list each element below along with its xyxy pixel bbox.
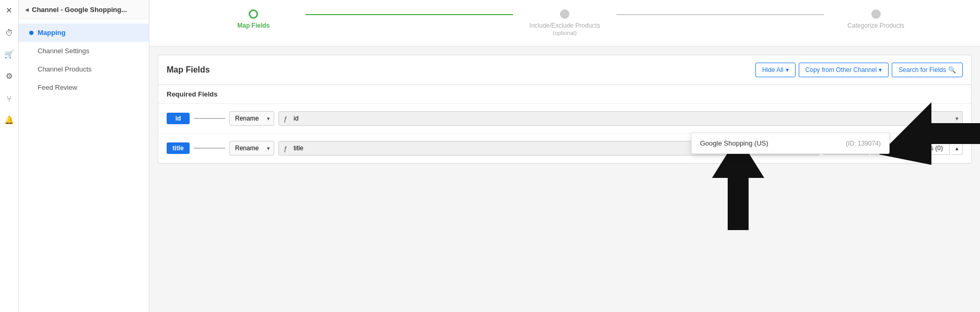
stepper-row: Map Fields Include/Exclude Products(opti… (170, 9, 959, 37)
map-fields-header: Map Fields Hide All ▾ Copy from Other Ch… (158, 55, 971, 85)
step-label-3: Categorize Products (847, 22, 904, 29)
sidebar-item-feed-review[interactable]: Feed Review (19, 78, 149, 97)
header-buttons: Hide All ▾ Copy from Other Channel ▾ Sea… (755, 63, 963, 77)
step-categorize: Categorize Products (824, 9, 928, 29)
fork-icon[interactable]: ⑂ (3, 92, 16, 104)
step-circle-1 (249, 9, 258, 19)
rename-select-title[interactable]: Rename (229, 141, 274, 155)
active-bullet (29, 31, 33, 35)
back-button[interactable]: ◂ (25, 5, 29, 14)
bell-icon[interactable]: 🔔 (3, 114, 16, 126)
step-label-1: Map Fields (237, 22, 270, 29)
search-icon: 🔍 (948, 66, 956, 74)
field-line-id (194, 118, 225, 119)
sidebar-item-channel-settings[interactable]: Channel Settings (19, 42, 149, 60)
step-label-2: Include/Exclude Products(optional) (529, 22, 600, 37)
rename-dropdown-id[interactable]: Rename (229, 111, 274, 126)
map-fields-title: Map Fields (167, 65, 210, 75)
connector-1 (306, 14, 513, 15)
hide-all-button[interactable]: Hide All ▾ (755, 63, 796, 77)
search-fields-button[interactable]: Search for Fields 🔍 (892, 63, 963, 77)
main-area: Map Fields Include/Exclude Products(opti… (149, 0, 980, 312)
icon-strip: ✕ ⏱ 🛒 ⚙ ⑂ 🔔 (0, 0, 19, 312)
rename-dropdown-title[interactable]: Rename (229, 141, 274, 155)
rename-select-id[interactable]: Rename (229, 111, 274, 126)
edit-values-actions: Edit Values (0) ▴ (895, 141, 963, 155)
value-dropdown-id[interactable]: id (278, 111, 963, 126)
copy-from-arrow: ▾ (879, 66, 882, 74)
func-icon-title: ƒ (284, 145, 287, 152)
sidebar-label-feed-review: Feed Review (38, 83, 77, 91)
step-map-fields: Map Fields (202, 9, 306, 29)
copy-from-label: Copy from Other Channel (806, 66, 877, 74)
copy-from-channel-button[interactable]: Copy from Other Channel ▾ (799, 63, 889, 77)
sidebar-label-channel-settings: Channel Settings (38, 47, 89, 55)
sidebar-label-channel-products: Channel Products (38, 65, 91, 73)
channel-id-label: (ID: 139074) (846, 140, 881, 147)
step-include-exclude: Include/Exclude Products(optional) (513, 9, 617, 37)
cart-icon[interactable]: 🛒 (3, 48, 16, 61)
step-circle-3 (871, 9, 881, 19)
inactive-bullet (29, 49, 33, 53)
field-badge-title: title (167, 142, 190, 154)
close-icon[interactable]: ✕ (3, 4, 16, 17)
map-fields-container: Map Fields Hide All ▾ Copy from Other Ch… (158, 55, 972, 164)
inactive-bullet-3 (29, 86, 33, 90)
sidebar-nav: Mapping Channel Settings Channel Product… (19, 19, 149, 101)
channel-name-label[interactable]: Google Shopping (US) (700, 139, 768, 147)
content-area: Map Fields Hide All ▾ Copy from Other Ch… (149, 46, 980, 312)
sidebar-item-mapping[interactable]: Mapping (19, 23, 149, 42)
field-line-title (194, 148, 225, 149)
sidebar-header: ◂ Channel - Google Shopping... (19, 0, 149, 19)
required-fields-label: Required Fields (158, 85, 971, 104)
search-fields-label: Search for Fields (899, 66, 946, 74)
sidebar-label-mapping: Mapping (38, 29, 65, 37)
hide-all-label: Hide All (762, 66, 784, 74)
inactive-bullet-2 (29, 67, 33, 71)
stepper: Map Fields Include/Exclude Products(opti… (149, 0, 980, 46)
step-circle-2 (560, 9, 569, 19)
hide-all-arrow: ▾ (786, 66, 789, 74)
clock-icon[interactable]: ⏱ (3, 26, 16, 39)
copy-from-dropdown-popup: Google Shopping (US) (ID: 139074) (691, 133, 890, 154)
gear-icon[interactable]: ⚙ (3, 70, 16, 82)
sidebar-item-channel-products[interactable]: Channel Products (19, 60, 149, 78)
field-badge-id: id (167, 113, 190, 124)
sidebar-title: Channel - Google Shopping... (32, 6, 127, 14)
value-select-id[interactable]: ƒ id (278, 111, 963, 126)
edit-values-arrow-button[interactable]: ▴ (952, 142, 963, 155)
connector-2 (616, 14, 824, 15)
sidebar: ◂ Channel - Google Shopping... Mapping C… (19, 0, 149, 312)
field-row-id: id Rename ƒ id (158, 104, 971, 134)
func-icon-id: ƒ (284, 115, 287, 123)
edit-values-button[interactable]: Edit Values (0) (895, 141, 950, 155)
